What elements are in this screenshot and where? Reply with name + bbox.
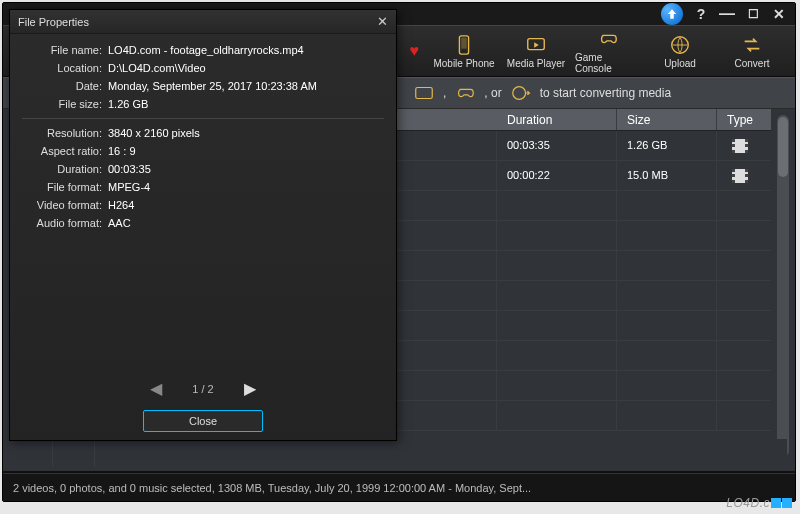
scrollbar-thumb[interactable] (778, 117, 788, 177)
minimize-button[interactable]: — (719, 6, 735, 22)
game-console-icon (596, 28, 620, 50)
help-button[interactable]: ? (693, 6, 709, 22)
toolbar-label: Mobile Phone (433, 58, 494, 69)
thumb-cell[interactable] (53, 439, 95, 467)
svg-point-6 (512, 87, 525, 100)
status-text: 2 videos, 0 photos, and 0 music selected… (13, 482, 531, 494)
prop-label: Location: (22, 62, 108, 74)
app-window: ? — ☐ ✕ ♥ Mobile Phone Media Player Game… (2, 2, 796, 502)
prop-value: 16 : 9 (108, 145, 384, 157)
column-type[interactable]: Type (717, 109, 763, 130)
film-icon (732, 169, 748, 183)
prop-label: File name: (22, 44, 108, 56)
prop-value: Monday, September 25, 2017 10:23:38 AM (108, 80, 384, 92)
maximize-button[interactable]: ☐ (745, 6, 761, 22)
mobile-phone-icon (452, 34, 476, 56)
hint-tail: to start converting media (540, 86, 671, 100)
media-player-icon (524, 34, 548, 56)
toolbar-label: Media Player (507, 58, 565, 69)
column-duration[interactable]: Duration (497, 109, 617, 130)
media-player-button[interactable]: Media Player (501, 26, 571, 76)
prop-label: Audio format: (22, 217, 108, 229)
dialog-title: File Properties (18, 16, 89, 28)
favorite-icon[interactable]: ♥ (410, 42, 420, 60)
svg-marker-3 (534, 42, 539, 48)
separator (22, 118, 384, 119)
prop-row: Audio format:AAC (22, 217, 384, 229)
thumb-cell[interactable] (11, 439, 53, 467)
film-icon (732, 139, 748, 153)
convert-button[interactable]: Convert (717, 26, 787, 76)
cell-size: 15.0 MB (617, 161, 717, 190)
prop-value: D:\LO4D.com\Video (108, 62, 384, 74)
toolbar-label: Upload (664, 58, 696, 69)
cell-type (717, 161, 763, 190)
cell-duration: 00:03:35 (497, 131, 617, 160)
prop-label: Video format: (22, 199, 108, 211)
close-window-button[interactable]: ✕ (771, 6, 787, 22)
upload-icon (668, 34, 692, 56)
prop-row: Video format:H264 (22, 199, 384, 211)
prop-label: File format: (22, 181, 108, 193)
cell-type (717, 131, 763, 160)
prev-arrow-icon[interactable]: ◀ (150, 379, 162, 398)
next-arrow-icon[interactable]: ▶ (244, 379, 256, 398)
prop-value: MPEG-4 (108, 181, 384, 193)
status-bar: 2 videos, 0 photos, and 0 music selected… (3, 473, 795, 501)
cell-duration: 00:00:22 (497, 161, 617, 190)
dialog-titlebar[interactable]: File Properties ✕ (10, 10, 396, 34)
prop-row: File name:LO4D.com - footage_oldharryroc… (22, 44, 384, 56)
prop-value: H264 (108, 199, 384, 211)
upload-button[interactable]: Upload (645, 26, 715, 76)
globe-icon (510, 84, 532, 102)
pager-text: 1 / 2 (192, 383, 213, 395)
toolbar-label: Game Console (575, 52, 641, 74)
prop-label: Aspect ratio: (22, 145, 108, 157)
prop-value: AAC (108, 217, 384, 229)
scrollbar[interactable]: ▼ (777, 115, 789, 457)
svg-rect-5 (416, 88, 433, 99)
prop-row: Date:Monday, September 25, 2017 10:23:38… (22, 80, 384, 92)
thumbnail-strip (11, 439, 787, 467)
game-console-button[interactable]: Game Console (573, 26, 643, 76)
close-button[interactable]: Close (143, 410, 263, 432)
toolbar-label: Convert (734, 58, 769, 69)
pager: ◀ 1 / 2 ▶ (22, 379, 384, 398)
hint-sep: , (443, 86, 446, 100)
prop-row: Duration:00:03:35 (22, 163, 384, 175)
convert-icon (740, 34, 764, 56)
prop-row: File format:MPEG-4 (22, 181, 384, 193)
prop-value: 00:03:35 (108, 163, 384, 175)
mobile-phone-button[interactable]: Mobile Phone (429, 26, 499, 76)
media-player-icon (413, 84, 435, 102)
update-button[interactable] (661, 3, 683, 25)
prop-row: File size:1.26 GB (22, 98, 384, 110)
dialog-close-icon[interactable]: ✕ (377, 14, 388, 29)
prop-label: Resolution: (22, 127, 108, 139)
prop-value: 1.26 GB (108, 98, 384, 110)
file-properties-dialog: File Properties ✕ File name:LO4D.com - f… (9, 9, 397, 441)
prop-row: Resolution:3840 x 2160 pixels (22, 127, 384, 139)
prop-label: Duration: (22, 163, 108, 175)
prop-value: 3840 x 2160 pixels (108, 127, 384, 139)
prop-row: Aspect ratio:16 : 9 (22, 145, 384, 157)
svg-rect-1 (461, 37, 467, 48)
hint-sep: , or (484, 86, 501, 100)
prop-value: LO4D.com - footage_oldharryrocks.mp4 (108, 44, 384, 56)
cell-size: 1.26 GB (617, 131, 717, 160)
prop-label: File size: (22, 98, 108, 110)
prop-row: Location:D:\LO4D.com\Video (22, 62, 384, 74)
column-size[interactable]: Size (617, 109, 717, 130)
game-console-icon (454, 84, 476, 102)
prop-label: Date: (22, 80, 108, 92)
